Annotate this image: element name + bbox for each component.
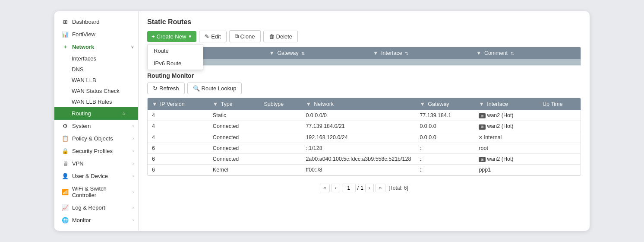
col-monitor-interface[interactable]: ▼ Interface <box>474 98 538 110</box>
cell-interface: ⊞wan2 (Hot) <box>474 153 538 165</box>
col-uptime[interactable]: Up Time <box>538 98 581 110</box>
total-pages: 1 <box>360 185 363 191</box>
col-type[interactable]: ▼ Type <box>208 98 260 110</box>
security-icon: 🔒 <box>61 148 69 154</box>
delete-button[interactable]: 🗑 Delete <box>263 31 298 42</box>
cell-gateway: :: <box>415 165 474 175</box>
sidebar-label-wan-status-check: WAN Status Check <box>72 88 120 94</box>
dropdown-item-ipv6-route[interactable]: IPv6 Route <box>148 57 203 70</box>
create-new-wrapper: + Create New ▼ Route IPv6 Route <box>147 31 196 42</box>
sidebar-item-security-profiles[interactable]: 🔒 Security Profiles › <box>54 145 138 157</box>
create-new-label: Create New <box>157 33 186 40</box>
clone-button[interactable]: ⧉ Clone <box>229 30 261 42</box>
next-page-button[interactable]: › <box>365 184 374 192</box>
wan-icon: ⊞ <box>479 113 486 118</box>
fortiview-icon: 📊 <box>61 31 69 38</box>
sidebar-item-interfaces[interactable]: Interfaces <box>72 53 138 64</box>
internal-icon: ✕ <box>479 135 483 140</box>
col-interface[interactable]: ▼ Interface ⇅ <box>369 47 472 59</box>
network-arrow-icon: ∨ <box>131 45 134 49</box>
cell-interface: root <box>474 143 538 153</box>
sidebar-item-fortiview[interactable]: 📊 FortiView <box>54 28 138 41</box>
wan-icon: ⊞ <box>479 124 486 130</box>
monitor-arrow-icon: › <box>133 218 134 223</box>
wifi-arrow-icon: › <box>133 190 134 194</box>
routing-monitor-section: Routing Monitor ↻ Refresh 🔍 Route Lookup <box>147 72 581 194</box>
sidebar-label-wan-llb-rules: WAN LLB Rules <box>72 99 112 105</box>
cell-uptime <box>538 153 581 165</box>
routing-monitor-title: Routing Monitor <box>147 72 581 79</box>
sidebar-item-policy-objects[interactable]: 📋 Policy & Objects › <box>54 132 138 145</box>
sidebar-label-monitor: Monitor <box>72 217 91 223</box>
sidebar-item-wan-status-check[interactable]: WAN Status Check <box>72 86 138 96</box>
clone-icon: ⧉ <box>235 33 239 40</box>
refresh-button[interactable]: ↻ Refresh <box>147 83 185 94</box>
sidebar-item-system[interactable]: ⚙ System › <box>54 120 138 132</box>
cell-ip-version: 4 <box>148 110 208 121</box>
cell-ip-version: 4 <box>148 132 208 143</box>
routing-monitor-table: ▼ IP Version ▼ Type Subtype ▼ <box>147 98 581 176</box>
first-page-button[interactable]: « <box>320 184 330 192</box>
sidebar-item-wifi-switch[interactable]: 📶 WiFi & Switch Controller › <box>54 182 138 201</box>
user-icon: 👤 <box>61 173 69 179</box>
gateway-sort-icon: ⇅ <box>301 51 305 56</box>
policy-icon: 📋 <box>61 135 69 142</box>
edit-button[interactable]: ✎ Edit <box>199 31 226 42</box>
col-monitor-gateway[interactable]: ▼ Gateway <box>415 98 474 110</box>
system-arrow-icon: › <box>133 124 134 128</box>
sidebar-item-dashboard[interactable]: ⊞ Dashboard <box>54 16 138 28</box>
route-lookup-button[interactable]: 🔍 Route Lookup <box>187 83 242 94</box>
sidebar-item-user-device[interactable]: 👤 User & Device › <box>54 170 138 182</box>
sidebar-item-wan-llb[interactable]: WAN LLB <box>72 75 138 86</box>
sidebar-label-dns: DNS <box>72 66 83 73</box>
cell-network: 0.0.0.0/0 <box>301 110 415 121</box>
sidebar-label-security: Security Profiles <box>72 148 113 154</box>
main-container: ⊞ Dashboard 📊 FortiView + Network ∨ Inte… <box>54 11 590 231</box>
cell-gateway: 77.139.184.1 <box>415 110 474 121</box>
type-filter-icon: ▼ <box>213 101 218 107</box>
cell-type: Static <box>208 110 260 121</box>
network-col-label: Network <box>314 101 334 107</box>
interface-sort-icon: ⇅ <box>405 51 408 56</box>
cell-network: 2a00:a040:100:5c:fdcc:a3b9:558c:521b/128 <box>301 153 415 165</box>
cell-network: 77.139.184.0/21 <box>301 121 415 132</box>
dropdown-item-route[interactable]: Route <box>148 45 203 57</box>
user-arrow-icon: › <box>133 174 134 178</box>
col-network[interactable]: ▼ Network <box>301 98 415 110</box>
interface-filter-icon: ▼ <box>373 50 378 56</box>
sidebar-sub-network: Interfaces DNS WAN LLB WAN Status Check … <box>54 53 138 120</box>
ip-version-col-label: IP Version <box>160 101 185 107</box>
prev-page-button[interactable]: ‹ <box>331 184 340 192</box>
edit-label: Edit <box>211 33 221 40</box>
sidebar-item-vpn[interactable]: 🖥 VPN › <box>54 157 138 170</box>
policy-arrow-icon: › <box>133 136 134 141</box>
create-new-button[interactable]: + Create New ▼ <box>147 31 196 42</box>
sidebar-item-network[interactable]: + Network ∨ <box>54 41 138 53</box>
static-routes-toolbar: + Create New ▼ Route IPv6 Route ✎ Edit ⧉… <box>147 30 581 42</box>
sidebar-item-monitor[interactable]: 🌐 Monitor › <box>54 214 138 226</box>
cell-type: Kernel <box>208 165 260 175</box>
col-gateway[interactable]: ▼ Gateway ⇅ <box>265 47 369 59</box>
log-icon: 📈 <box>61 204 69 211</box>
sidebar-label-policy: Policy & Objects <box>72 135 113 142</box>
cell-gateway: :: <box>415 143 474 153</box>
last-page-button[interactable]: » <box>376 184 385 192</box>
sidebar-label-routing: Routing <box>72 110 91 117</box>
monitor-interface-col-label: Interface <box>487 101 508 107</box>
sidebar-item-wan-llb-rules[interactable]: WAN LLB Rules <box>72 96 138 107</box>
sidebar-item-routing[interactable]: Routing ☆ <box>54 107 138 120</box>
col-subtype[interactable]: Subtype <box>259 98 301 110</box>
cell-subtype <box>259 153 301 165</box>
cell-gateway: 0.0.0.0 <box>415 121 474 132</box>
main-content: Static Routes + Create New ▼ Route IPv6 … <box>139 11 590 231</box>
col-ip-version[interactable]: ▼ IP Version <box>148 98 208 110</box>
sidebar-item-log-report[interactable]: 📈 Log & Report › <box>54 201 138 214</box>
refresh-label: Refresh <box>159 85 179 92</box>
cell-gateway: 0.0.0.0 <box>415 132 474 143</box>
sidebar-item-dns[interactable]: DNS <box>72 64 138 75</box>
security-arrow-icon: › <box>133 149 134 153</box>
col-comment[interactable]: ▼ Comment ⇅ <box>472 47 581 59</box>
cell-uptime <box>538 143 581 153</box>
static-routes-table: ▼ Destination ⇅ ▼ Gateway ⇅ ▼ <box>147 47 581 66</box>
page-number-input[interactable] <box>342 184 356 192</box>
